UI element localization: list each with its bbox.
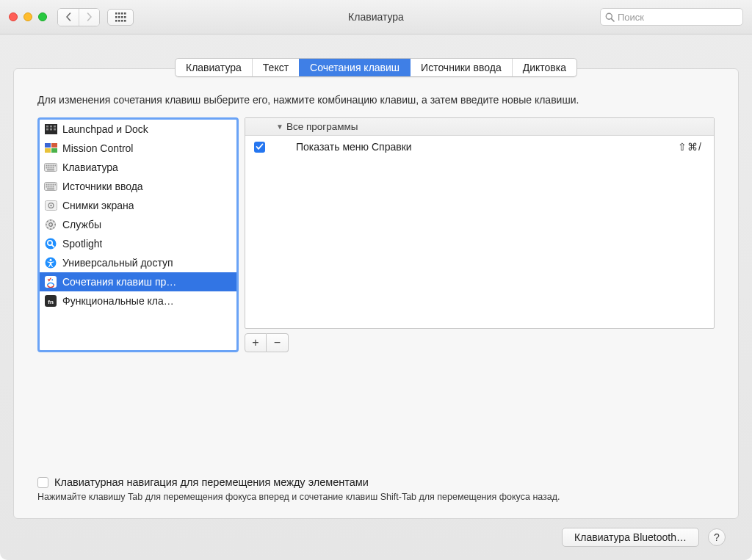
fn-icon: fn — [44, 295, 57, 307]
svg-rect-42 — [46, 186, 48, 188]
tab-4[interactable]: Диктовка — [512, 59, 576, 76]
bluetooth-keyboard-button[interactable]: Клавиатура Bluetooth… — [562, 528, 699, 547]
instruction-text: Для изменения сочетания клавиш выберите … — [37, 92, 715, 107]
shortcut-row[interactable]: Показать меню Справки⇧⌘/ — [245, 136, 714, 158]
svg-rect-38 — [48, 184, 50, 186]
svg-rect-21 — [45, 143, 51, 148]
show-all-button[interactable] — [107, 9, 134, 26]
tabs-row: КлавиатураТекстСочетания клавишИсточники… — [13, 58, 739, 77]
shortcut-checkbox[interactable] — [254, 142, 265, 153]
svg-rect-23 — [45, 148, 51, 153]
minimize-icon[interactable] — [24, 12, 32, 21]
svg-text:fn: fn — [48, 299, 54, 305]
chevron-left-icon — [65, 12, 72, 21]
forward-button[interactable] — [79, 9, 99, 26]
keyboard-nav-section: Клавиатурная навигация для перемещения м… — [37, 440, 715, 502]
footer: Клавиатура Bluetooth… ? — [13, 519, 739, 547]
svg-rect-16 — [50, 126, 52, 128]
category-row[interactable]: Универсальный доступ — [40, 253, 236, 272]
tab-0[interactable]: Клавиатура — [176, 59, 252, 76]
gear-icon — [44, 219, 57, 230]
svg-rect-1 — [118, 12, 120, 15]
category-row[interactable]: Снимки экрана — [40, 196, 236, 215]
keyboard-icon — [44, 181, 57, 192]
tab-1[interactable]: Текст — [252, 59, 299, 76]
svg-rect-43 — [48, 186, 50, 188]
tab-3[interactable]: Источники ввода — [410, 59, 512, 76]
spotlight-icon — [44, 238, 57, 250]
chevron-right-icon — [86, 12, 93, 21]
svg-rect-3 — [124, 12, 126, 15]
tabs: КлавиатураТекстСочетания клавишИсточники… — [175, 58, 577, 77]
category-row[interactable]: Службы — [40, 215, 236, 234]
category-row[interactable]: Источники ввода — [40, 177, 236, 196]
category-label: Службы — [62, 219, 101, 230]
svg-rect-22 — [51, 143, 57, 148]
preferences-window: Клавиатура Поиск КлавиатураТекстСочетани… — [0, 0, 752, 560]
tab-2[interactable]: Сочетания клавиш — [299, 59, 410, 76]
svg-rect-26 — [46, 165, 48, 167]
category-label: Spotlight — [62, 238, 102, 250]
titlebar: Клавиатура Поиск — [0, 0, 752, 34]
search-input[interactable]: Поиск — [600, 8, 743, 26]
svg-rect-4 — [115, 16, 118, 18]
category-list[interactable]: Launchpad и DockMission ControlКлавиатур… — [37, 117, 239, 352]
keyboard-nav-checkbox[interactable] — [37, 477, 48, 488]
plus-icon: + — [252, 336, 258, 349]
svg-rect-17 — [54, 126, 56, 128]
shortcut-keys: ⇧⌘/ — [678, 141, 702, 153]
screenshot-icon — [44, 200, 57, 211]
category-label: Функциональные кла… — [62, 295, 174, 307]
category-label: Клавиатура — [62, 161, 118, 173]
svg-rect-10 — [121, 20, 123, 22]
svg-point-64 — [50, 259, 52, 261]
remove-button[interactable]: − — [267, 333, 289, 352]
svg-rect-35 — [47, 170, 54, 171]
keyboard-icon — [44, 161, 57, 173]
svg-rect-41 — [55, 184, 57, 186]
help-button[interactable]: ? — [708, 528, 726, 546]
svg-rect-30 — [55, 165, 57, 167]
shortcuts-list[interactable]: ▼ Все программы Показать меню Справки⇧⌘/ — [245, 117, 715, 329]
mission-icon — [44, 142, 57, 154]
category-row[interactable]: fnФункциональные кла… — [40, 291, 236, 310]
nav-buttons — [57, 8, 100, 26]
accessibility-icon — [44, 257, 57, 269]
svg-rect-34 — [53, 167, 54, 169]
svg-rect-46 — [47, 189, 54, 190]
svg-rect-15 — [46, 126, 48, 128]
window-controls — [9, 12, 47, 21]
category-row[interactable]: Сочетания клавиш пр… — [40, 272, 236, 291]
category-row[interactable]: Mission Control — [40, 139, 236, 158]
detail-header[interactable]: ▼ Все программы — [245, 118, 714, 136]
svg-rect-18 — [46, 128, 48, 131]
keyboard-nav-hint: Нажимайте клавишу Tab для перемещения фо… — [37, 492, 715, 502]
svg-point-60 — [46, 239, 57, 250]
category-row[interactable]: Spotlight — [40, 234, 236, 253]
close-icon[interactable] — [9, 12, 18, 21]
category-row[interactable]: Launchpad и Dock — [40, 120, 236, 139]
svg-rect-8 — [115, 20, 118, 22]
grid-icon — [115, 12, 126, 22]
svg-rect-7 — [124, 16, 126, 18]
add-button[interactable]: + — [245, 333, 267, 352]
shortcut-label: Показать меню Справки — [296, 141, 412, 153]
minus-icon: − — [274, 336, 281, 349]
svg-rect-29 — [53, 165, 54, 167]
add-remove-buttons: + − — [245, 333, 289, 352]
svg-rect-33 — [51, 167, 52, 169]
apps-icon — [44, 276, 57, 288]
category-row[interactable]: Клавиатура — [40, 158, 236, 177]
svg-rect-28 — [51, 165, 52, 167]
back-button[interactable] — [58, 9, 79, 26]
svg-rect-5 — [118, 16, 120, 18]
svg-rect-27 — [48, 165, 50, 167]
category-label: Mission Control — [62, 142, 133, 154]
svg-rect-11 — [124, 20, 126, 22]
svg-rect-65 — [45, 276, 57, 288]
disclosure-triangle-icon[interactable]: ▼ — [276, 123, 283, 131]
check-icon — [256, 143, 264, 150]
search-icon — [605, 12, 615, 22]
zoom-icon[interactable] — [38, 12, 47, 21]
svg-rect-0 — [115, 12, 118, 15]
